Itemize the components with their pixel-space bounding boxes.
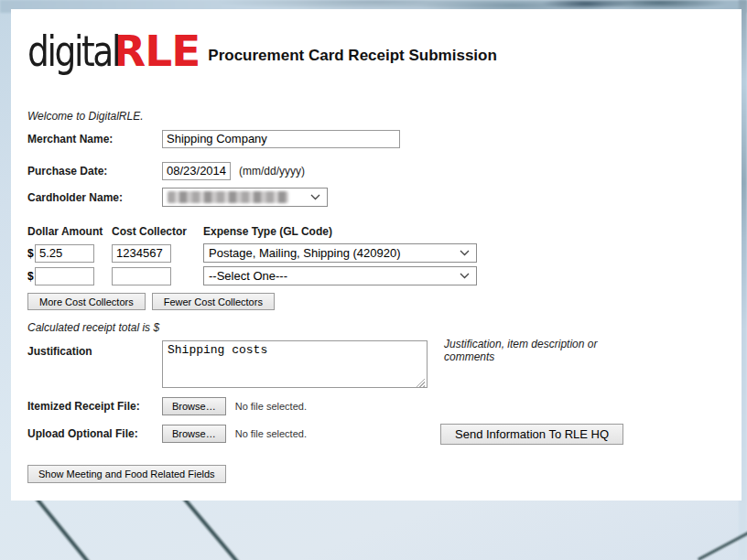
justification-note: Justification, item description or comme…: [444, 339, 611, 364]
itemized-receipt-file-label: Itemized Receipt File:: [27, 400, 162, 413]
cardholder-redacted-value: [168, 191, 288, 203]
justification-textarea[interactable]: Shipping costs: [162, 340, 428, 388]
dollar-amount-column-header: Dollar Amount: [27, 225, 112, 238]
purchase-date-row: Purchase Date: (mm/dd/yyyy): [27, 161, 305, 180]
logo-digital-text: digital: [27, 29, 119, 72]
chevron-down-icon: [310, 194, 320, 200]
resize-handle-icon[interactable]: [417, 379, 425, 387]
expense-type-column-header: Expense Type (GL Code): [203, 225, 332, 238]
amount-input-1[interactable]: [35, 244, 94, 263]
background-cable-line: [31, 492, 92, 560]
merchant-name-input[interactable]: [162, 130, 400, 148]
cost-collector-input-2[interactable]: [112, 267, 171, 285]
fewer-cost-collectors-button[interactable]: Fewer Cost Collectors: [152, 293, 275, 310]
chevron-down-icon: [460, 273, 470, 279]
optional-file-row: Upload Optional File: Browse… No file se…: [27, 424, 307, 443]
background-cable-line: [179, 492, 240, 560]
cost-collector-column-header: Cost Collector: [112, 225, 203, 238]
optional-browse-button[interactable]: Browse…: [162, 425, 226, 443]
itemized-browse-button[interactable]: Browse…: [162, 397, 226, 415]
merchant-row: Merchant Name:: [27, 129, 400, 148]
form-page: digital RLE Procurement Card Receipt Sub…: [11, 9, 742, 501]
itemized-file-status: No file selected.: [235, 401, 307, 412]
cardholder-row: Cardholder Name:: [27, 188, 328, 207]
justification-field: Shipping costs: [162, 340, 428, 392]
cardholder-name-label: Cardholder Name:: [27, 191, 162, 204]
header: digital RLE Procurement Card Receipt Sub…: [27, 29, 497, 72]
itemized-file-row: Itemized Receipt File: Browse… No file s…: [27, 396, 307, 415]
dollar-sign-label: $: [27, 247, 35, 260]
cardholder-select[interactable]: [162, 188, 328, 207]
amount-column-headers: Dollar Amount Cost Collector Expense Typ…: [27, 225, 332, 238]
expense-type-value-2: --Select One---: [209, 269, 287, 283]
welcome-text: Welcome to DigitalRLE.: [27, 110, 144, 123]
amount-row: $ --Select One---: [27, 266, 477, 285]
justification-label: Justification: [27, 345, 92, 358]
logo-rle-text: RLE: [113, 29, 200, 72]
more-cost-collectors-button[interactable]: More Cost Collectors: [27, 293, 146, 310]
expense-type-select-1[interactable]: Postage, Mailing, Shipping (420920): [203, 243, 477, 263]
cost-collector-input-1[interactable]: [112, 244, 171, 263]
send-information-button[interactable]: Send Information To RLE HQ: [440, 424, 623, 445]
cost-collector-buttons-row: More Cost Collectors Fewer Cost Collecto…: [27, 292, 275, 311]
expense-type-select-2[interactable]: --Select One---: [203, 266, 477, 285]
purchase-date-label: Purchase Date:: [27, 165, 162, 178]
upload-optional-file-label: Upload Optional File:: [27, 427, 162, 440]
expense-type-value-1: Postage, Mailing, Shipping (420920): [209, 246, 401, 260]
optional-file-status: No file selected.: [235, 428, 307, 439]
purchase-date-input[interactable]: [162, 162, 231, 180]
dollar-sign-label: $: [27, 270, 35, 283]
merchant-name-label: Merchant Name:: [27, 133, 162, 145]
calculated-total-text: Calculated receipt total is $: [27, 321, 159, 334]
chevron-down-icon: [460, 250, 470, 256]
show-meeting-fields-button[interactable]: Show Meeting and Food Related Fields: [27, 465, 226, 483]
date-format-hint: (mm/dd/yyyy): [239, 165, 305, 178]
amount-input-2[interactable]: [35, 267, 94, 285]
page-title: Procurement Card Receipt Submission: [208, 47, 497, 65]
amount-row: $ Postage, Mailing, Shipping (420920): [27, 243, 477, 263]
